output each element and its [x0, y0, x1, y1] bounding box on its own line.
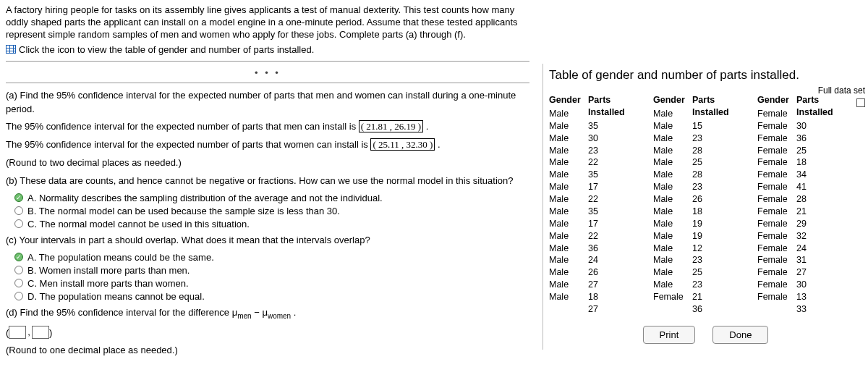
table-cell: 18	[588, 291, 643, 303]
table-cell: Male	[653, 266, 692, 279]
table-cell: Male	[549, 206, 588, 218]
option-b-a[interactable]: A. Normality describes the sampling dist…	[14, 193, 529, 203]
table-title: Table of gender and number of parts inst…	[549, 68, 862, 83]
table-cell: Male	[653, 108, 692, 120]
table-cell: 28	[796, 193, 851, 206]
table-cell: 28	[692, 145, 747, 157]
option-label: C. Men install more parts than women.	[27, 278, 189, 289]
table-cell: 31	[796, 254, 851, 266]
part-d-mid: − μ	[252, 307, 268, 318]
full-data-link[interactable]: Full data set	[818, 85, 865, 96]
table-cell: Male	[549, 132, 588, 145]
divider	[6, 61, 529, 62]
table-cell: Male	[653, 230, 692, 243]
print-button[interactable]: Print	[643, 326, 696, 344]
table-cell: 13	[796, 291, 851, 303]
table-cell: 30	[588, 132, 643, 145]
table-cell: 30	[796, 120, 851, 132]
table-cell: 35	[588, 120, 643, 132]
table-cell: 32	[796, 230, 851, 243]
table-cell: 22	[588, 193, 643, 206]
radio-icon	[14, 193, 23, 202]
option-c-c[interactable]: C. Men install more parts than women.	[14, 278, 529, 289]
table-cell: 26	[588, 266, 643, 279]
col-header: Parts Installed	[692, 94, 747, 119]
table-cell: Male	[653, 169, 692, 181]
option-b-b[interactable]: B. The normal model can be used because …	[14, 206, 529, 216]
radio-icon	[14, 292, 23, 300]
table-cell: Male	[653, 156, 692, 169]
option-label: A. The population means could be the sam…	[27, 252, 214, 263]
part-b-prompt: (b) These data are counts, and hence can…	[6, 174, 529, 188]
data-table-panel: Table of gender and number of parts inst…	[542, 64, 868, 350]
part-a-women-pre: The 95% confidence interval for the expe…	[6, 139, 370, 150]
table-cell: 24	[796, 243, 851, 255]
done-button[interactable]: Done	[712, 326, 768, 344]
option-c-d[interactable]: D. The population means cannot be equal.	[14, 291, 529, 302]
table-cell: 25	[796, 145, 851, 157]
table-cell: Female	[757, 218, 796, 230]
d-lower-input[interactable]	[9, 326, 26, 339]
col-header: Gender	[757, 94, 796, 106]
table-cell: Male	[549, 145, 588, 157]
table-cell: Female	[757, 132, 796, 145]
table-link[interactable]: Click the icon to view the table of gend…	[6, 44, 529, 55]
option-c-a[interactable]: A. The population means could be the sam…	[14, 252, 529, 263]
part-b-prefix: (b)	[6, 175, 17, 186]
table-cell: Male	[653, 243, 692, 255]
table-cell: Male	[549, 193, 588, 206]
radio-icon	[14, 279, 23, 287]
table-cell: Male	[549, 291, 588, 303]
table-cell: 23	[692, 132, 747, 145]
table-cell: Male	[549, 108, 588, 120]
table-cell: 34	[796, 169, 851, 181]
table-cell: 23	[692, 254, 747, 266]
table-cell: 27	[588, 279, 643, 291]
col-header: Parts Installed	[796, 94, 851, 119]
table-cell: Female	[757, 206, 796, 218]
part-a-men-ci: ( 21.81 , 26.19 )	[359, 120, 423, 132]
part-d-round: (Round to one decimal place as needed.)	[6, 344, 529, 358]
copy-icon[interactable]	[856, 98, 865, 107]
table-cell: 23	[692, 181, 747, 193]
table-cell: Female	[653, 291, 692, 303]
table-cell: 15	[692, 120, 747, 132]
d-upper-input[interactable]	[32, 326, 49, 339]
table-cell: Male	[549, 266, 588, 279]
col-header: Gender	[653, 94, 692, 106]
table-cell: 35	[588, 169, 643, 181]
table-cell: 22	[588, 156, 643, 169]
divider	[6, 83, 529, 83]
sub-men: men	[237, 311, 251, 319]
option-c-b[interactable]: B. Women install more parts than men.	[14, 265, 529, 276]
table-cell: 27	[588, 303, 643, 316]
table-cell: 27	[796, 266, 851, 279]
table-cell: Male	[653, 132, 692, 145]
table-cell: Male	[549, 156, 588, 169]
part-c-options: A. The population means could be the sam…	[14, 252, 529, 302]
option-b-c[interactable]: C. The normal model cannot be used in th…	[14, 219, 529, 229]
table-cell: Female	[757, 254, 796, 266]
part-a-round: (Round to two decimal places as needed.)	[6, 156, 529, 170]
table-cell: 24	[588, 254, 643, 266]
table-cell: 41	[796, 181, 851, 193]
table-cell: Male	[653, 120, 692, 132]
radio-icon	[14, 266, 23, 274]
table-cell: 21	[796, 206, 851, 218]
table-cell: 36	[796, 132, 851, 145]
table-cell: Female	[757, 266, 796, 279]
table-cell: 26	[692, 193, 747, 206]
data-col-1: GenderMaleMaleMaleMaleMaleMaleMaleMaleMa…	[549, 94, 643, 316]
table-cell: 25	[692, 266, 747, 279]
table-cell: Female	[757, 181, 796, 193]
table-cell: Male	[549, 254, 588, 266]
col-header: Gender	[549, 94, 588, 106]
table-cell: Female	[757, 291, 796, 303]
part-d-suffix: .	[291, 307, 296, 318]
table-cell: Male	[549, 218, 588, 230]
sub-women: women	[268, 311, 291, 319]
part-a-women-ci: ( 25.11 , 32.30 )	[370, 138, 435, 151]
data-col-3: GenderFemaleFemaleFemaleFemaleFemaleFema…	[757, 94, 851, 316]
table-icon	[6, 45, 16, 54]
part-d-inputs: (,)	[6, 326, 529, 340]
